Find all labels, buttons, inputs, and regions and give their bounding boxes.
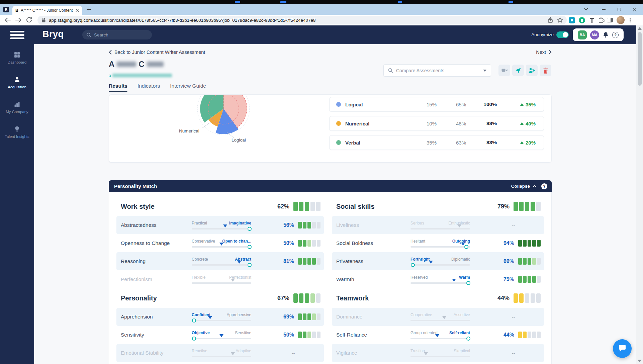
side-panel-icon[interactable]: [607, 18, 613, 22]
score-bar-segment: [312, 258, 316, 265]
sidebar-item-talent-insights[interactable]: Talent Insights: [0, 126, 34, 139]
scrollbar-down-arrow[interactable]: [638, 360, 642, 362]
trait-name: Abstractedness: [121, 222, 192, 228]
breadcrumb-back-link[interactable]: Back to Junior Content Writer Assessment: [109, 50, 205, 55]
global-search-input[interactable]: Search: [82, 30, 152, 39]
trait-score-na: --: [266, 277, 320, 282]
slider-track: [410, 282, 470, 284]
anonymize-toggle[interactable]: [556, 31, 569, 38]
compare-assessments-select[interactable]: Compare Assessments: [383, 64, 491, 77]
help-icon[interactable]: ?: [612, 32, 619, 38]
chat-launcher-button[interactable]: [613, 339, 632, 358]
candidate-marker-icon: [461, 243, 465, 246]
address-bar[interactable]: app.staging.bryq.com/acquisition/candida…: [37, 16, 567, 24]
browser-profile-avatar[interactable]: [617, 16, 625, 24]
trait-slider: HesitantOutgoing: [410, 239, 470, 248]
collapse-button[interactable]: Collapse: [511, 184, 537, 189]
window-minimize-button[interactable]: [599, 5, 608, 13]
group-score-percent: 44%: [488, 295, 510, 302]
score-bar-segment: [532, 240, 536, 247]
new-tab-button[interactable]: [86, 7, 92, 12]
target-ring-icon: [464, 245, 468, 249]
back-button[interactable]: [3, 16, 12, 24]
move-candidate-button[interactable]: [526, 65, 538, 76]
sidebar-item-acquisition[interactable]: Acquisition: [0, 76, 34, 89]
tab-results[interactable]: Results: [109, 83, 127, 92]
slider-track: [192, 338, 251, 339]
group-score-bars: [293, 293, 320, 303]
slider-left-label: Reactive: [192, 349, 207, 354]
menu-hamburger-icon[interactable]: [10, 31, 24, 39]
trait-slider: ConfidentApprehensive: [192, 312, 251, 321]
section-help-icon[interactable]: ?: [541, 183, 547, 189]
score-bar-segment: [523, 258, 527, 265]
forward-button[interactable]: [14, 16, 23, 24]
window-maximize-button[interactable]: [615, 5, 624, 13]
slider-left-label: Concrete: [192, 257, 208, 262]
score-bar-segment: [523, 332, 527, 338]
reload-button[interactable]: [25, 16, 33, 24]
slider-track: [192, 228, 251, 230]
trait-score-percent: 69%: [273, 314, 294, 320]
tab-interview-guide[interactable]: Interview Guide: [170, 83, 206, 92]
delete-candidate-button[interactable]: [540, 65, 551, 76]
browser-toolbar: app.staging.bryq.com/acquisition/candida…: [0, 15, 643, 25]
tab-search-chevron-icon[interactable]: [582, 5, 590, 13]
sidebar-item-dashboard[interactable]: Dashboard: [0, 52, 34, 64]
target-ring-icon: [248, 245, 252, 249]
candidate-marker-icon: [231, 352, 235, 355]
search-placeholder: Search: [94, 32, 108, 37]
slider-track: [192, 356, 251, 357]
avatar-ba[interactable]: BA: [578, 30, 587, 39]
group-score-percent: 79%: [488, 203, 510, 210]
extensions-puzzle-icon[interactable]: [599, 18, 603, 23]
candidate-marker-icon: [424, 352, 428, 355]
trait-row: Social Boldness HesitantOutgoing 94%: [332, 234, 544, 252]
candidate-email-link[interactable]: a: [109, 73, 172, 78]
score-bar-segment: [312, 313, 316, 320]
score-bar-segment: [528, 258, 531, 265]
trait-row: Warmth ReservedWarm 75%: [332, 270, 544, 288]
video-interview-button[interactable]: [498, 65, 510, 76]
scrollbar-up-arrow[interactable]: [638, 27, 642, 30]
acquisition-person-icon: [14, 76, 20, 83]
trait-row: Abstractedness PracticalImaginative 56%: [116, 216, 324, 234]
extension-icon-t[interactable]: [589, 17, 595, 23]
slider-left-label: Objective: [192, 331, 210, 336]
tab-indicators[interactable]: Indicators: [137, 83, 160, 92]
bookmark-star-icon[interactable]: [557, 17, 563, 23]
cognitive-trait-name: Verbal: [345, 140, 407, 146]
pie-label-logical: Logical: [232, 138, 246, 143]
scrollbar-thumb[interactable]: [638, 32, 642, 86]
trait-score-bars: [298, 240, 320, 247]
trait-score-percent: 81%: [273, 258, 294, 264]
send-assessment-button[interactable]: [512, 65, 524, 76]
delta-value: 40%: [526, 121, 536, 126]
bryq-logo[interactable]: Bryq: [42, 29, 64, 39]
extension-icon-green[interactable]: [579, 17, 585, 23]
next-candidate-link[interactable]: Next: [536, 50, 552, 55]
anonymize-label: Anonymize: [531, 32, 554, 37]
score-bar-segment: [519, 293, 524, 303]
avatar-ma[interactable]: MA: [590, 30, 599, 39]
score-bar-segment: [303, 332, 306, 338]
tab-close-icon[interactable]: [75, 8, 79, 12]
browser-tab[interactable]: B A***** C***** - Junior Content W: [12, 6, 82, 15]
notifications-bell-icon[interactable]: [603, 31, 609, 38]
candidate-marker-icon: [442, 316, 446, 319]
sidebar-item-my-company[interactable]: My Company: [0, 101, 34, 114]
header-user-area: BA MA ?: [573, 28, 624, 41]
trait-score-percent: 56%: [273, 222, 294, 228]
group-score-bars: [514, 202, 541, 211]
window-close-button[interactable]: [630, 5, 639, 13]
pie-label-numerical: Numerical: [179, 128, 199, 133]
share-icon[interactable]: [547, 17, 554, 23]
trait-name: Liveliness: [336, 222, 410, 228]
target-ring-icon: [466, 281, 470, 285]
browser-menu-icon[interactable]: [628, 18, 632, 23]
score-bar-segment: [305, 202, 309, 211]
page-scrollbar[interactable]: [636, 25, 643, 364]
extension-icon-teal[interactable]: [569, 17, 575, 23]
score-bar-segment: [528, 276, 531, 283]
window-app-icon: B: [3, 7, 9, 12]
